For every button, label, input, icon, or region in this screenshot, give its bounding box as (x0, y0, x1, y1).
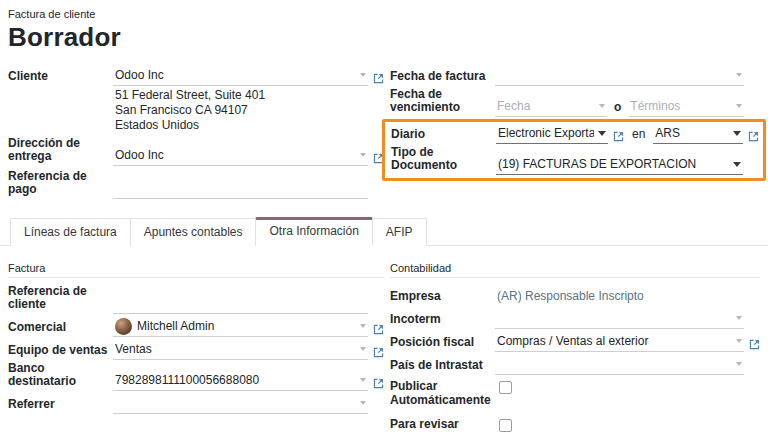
chevron-down-icon[interactable] (360, 153, 366, 157)
chevron-down-icon[interactable] (736, 104, 742, 108)
external-link-icon[interactable] (368, 347, 384, 360)
comercial-input[interactable]: Mitchell Admin (113, 317, 368, 337)
field-publicar-automaticamente: Publicar Automáticamente (390, 378, 760, 410)
publicar-checkbox-wrap (495, 378, 760, 398)
chevron-down-icon[interactable] (736, 339, 742, 343)
chevron-down-icon[interactable] (360, 401, 366, 405)
comercial-label: Comercial (8, 321, 113, 337)
field-fecha-vencimiento: Fecha de vencimiento Fecha o Términos (390, 88, 760, 117)
posicion-fiscal-value: Compras / Ventas al exterior (497, 334, 732, 348)
direccion-entrega-label: Dirección de entrega (8, 137, 113, 166)
field-tipo-documento: Tipo de Documento (19) FACTURAS DE EXPOR… (391, 146, 759, 175)
tab-afip[interactable]: AFIP (372, 218, 427, 246)
chevron-down-icon[interactable] (598, 131, 606, 136)
chevron-down-icon[interactable] (360, 378, 366, 382)
address-line: Estados Unidos (115, 118, 384, 133)
tipo-documento-input[interactable]: (19) FACTURAS DE EXPORTACION (496, 155, 743, 175)
direccion-entrega-input[interactable]: Odoo Inc (113, 146, 368, 166)
field-referencia-cliente: Referencia de cliente (8, 285, 384, 314)
empresa-readonly: (AR) Responsable Inscripto (495, 286, 744, 306)
external-link-icon[interactable] (368, 73, 384, 86)
field-equipo-ventas: Equipo de ventas Ventas (8, 339, 384, 360)
journal-highlight-box: Diario Electronic Exportation Ir en ARS (382, 119, 766, 181)
breadcrumb: Factura de cliente (8, 8, 760, 20)
chevron-down-icon[interactable] (733, 162, 741, 167)
banco-destinatario-label: Banco destinatario (8, 362, 113, 391)
chevron-down-icon[interactable] (360, 73, 366, 77)
empresa-label: Empresa (390, 290, 495, 306)
factura-section-title: Factura (8, 262, 384, 278)
external-link-icon[interactable] (608, 131, 624, 144)
referrer-input[interactable] (113, 394, 368, 414)
banco-destinatario-input[interactable]: 7982898111100056688080 (113, 371, 368, 391)
equipo-ventas-input[interactable]: Ventas (113, 340, 368, 360)
pais-intrastat-label: País de Intrastat (390, 359, 495, 375)
currency-input[interactable]: ARS (653, 124, 743, 144)
chevron-down-icon[interactable] (599, 104, 605, 108)
contabilidad-section-title: Contabilidad (390, 262, 760, 278)
para-revisar-label: Para revisar (390, 416, 495, 434)
spacer (744, 84, 760, 86)
diario-input[interactable]: Electronic Exportation Ir (496, 124, 608, 144)
fecha-vencimiento-date-input[interactable]: Fecha (495, 97, 607, 117)
publicar-automaticamente-checkbox[interactable] (499, 381, 512, 394)
invoice-form-page: Factura de cliente Borrador Cliente Odoo… (0, 0, 768, 440)
chevron-down-icon[interactable] (736, 73, 742, 77)
referencia-pago-label: Referencia de pago (8, 170, 113, 199)
tab-lineas-de-factura[interactable]: Líneas de factura (10, 218, 131, 246)
chevron-down-icon[interactable] (736, 362, 742, 366)
field-incoterm: Incoterm (390, 308, 760, 329)
comercial-value: Mitchell Admin (137, 319, 356, 333)
external-link-icon[interactable] (744, 339, 760, 352)
field-referrer: Referrer (8, 393, 384, 414)
field-direccion-entrega: Dirección de entrega Odoo Inc (8, 137, 384, 166)
field-diario: Diario Electronic Exportation Ir en ARS (391, 123, 759, 144)
tab-apuntes-contables[interactable]: Apuntes contables (130, 218, 257, 246)
spacer (744, 373, 760, 375)
chevron-down-icon[interactable] (733, 131, 741, 136)
chevron-down-icon[interactable] (360, 324, 366, 328)
en-label: en (632, 127, 645, 141)
diario-label: Diario (391, 128, 496, 144)
para-revisar-checkbox[interactable] (499, 419, 512, 432)
banco-destinatario-value: 7982898111100056688080 (115, 373, 356, 387)
tipo-documento-label: Tipo de Documento (391, 146, 496, 175)
external-link-icon[interactable] (368, 378, 384, 391)
partner-address: 51 Federal Street, Suite 401 San Francis… (115, 88, 384, 133)
pais-intrastat-input[interactable] (495, 355, 744, 375)
terminos-input[interactable]: Términos (628, 97, 744, 117)
cliente-input[interactable]: Odoo Inc (113, 66, 368, 86)
fecha-factura-label: Fecha de factura (390, 70, 495, 86)
external-link-icon[interactable] (743, 131, 759, 144)
external-link-icon[interactable] (368, 324, 384, 337)
o-separator: o (614, 100, 621, 117)
empresa-value: (AR) Responsable Inscripto (497, 289, 742, 303)
notebook-tabs: Líneas de factura Apuntes contables Otra… (0, 217, 768, 246)
tab-otra-informacion[interactable]: Otra Información (255, 217, 372, 246)
fecha-vencimiento-label: Fecha de vencimiento (390, 88, 495, 117)
form-top: Cliente Odoo Inc 51 Federal Street, Suit… (8, 65, 760, 201)
field-empresa: Empresa (AR) Responsable Inscripto (390, 285, 760, 306)
incoterm-label: Incoterm (390, 313, 495, 329)
field-comercial: Comercial Mitchell Admin (8, 316, 384, 337)
referencia-pago-input[interactable] (113, 179, 368, 199)
para-revisar-checkbox-wrap (495, 416, 760, 436)
cliente-value: Odoo Inc (115, 68, 356, 82)
form-left-column: Cliente Odoo Inc 51 Federal Street, Suit… (8, 65, 384, 201)
terminos-placeholder: Términos (630, 99, 732, 113)
incoterm-input[interactable] (495, 309, 744, 329)
chevron-down-icon[interactable] (736, 316, 742, 320)
chevron-down-icon[interactable] (360, 347, 366, 351)
fecha-placeholder: Fecha (497, 99, 595, 113)
user-avatar (115, 318, 132, 335)
field-banco-destinatario: Banco destinatario 798289811110005668808… (8, 362, 384, 391)
direccion-entrega-value: Odoo Inc (115, 148, 356, 162)
fecha-factura-input[interactable] (495, 66, 744, 86)
posicion-fiscal-input[interactable]: Compras / Ventas al exterior (495, 332, 744, 352)
posicion-fiscal-label: Posición fiscal (390, 336, 495, 352)
field-para-revisar: Para revisar (390, 416, 760, 437)
spacer (368, 312, 384, 314)
contabilidad-group: Contabilidad Empresa (AR) Responsable In… (390, 262, 760, 439)
referencia-cliente-input[interactable] (113, 294, 368, 314)
spacer (744, 115, 760, 117)
